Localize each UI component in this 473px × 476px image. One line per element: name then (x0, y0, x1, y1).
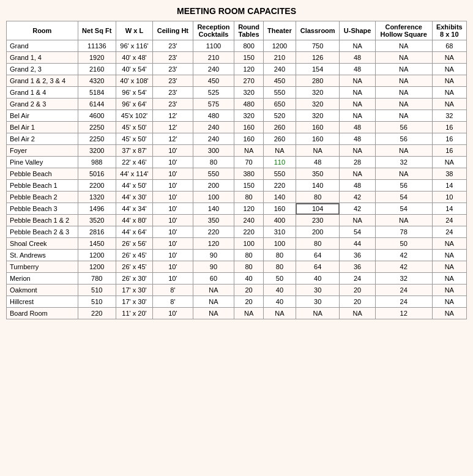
cell-netSqFt: 510 (78, 296, 116, 308)
page-title: MEETING ROOM CAPACITES (6, 6, 467, 16)
cell-wxl: 40' x 54' (116, 64, 152, 75)
cell-round: 80 (234, 250, 264, 261)
cell-round: 800 (234, 40, 264, 52)
cell-exhibits: NA (432, 75, 466, 87)
cell-ushape: 42 (340, 192, 375, 203)
cell-conference: 56 (375, 180, 432, 192)
cell-ushape: 48 (340, 52, 375, 64)
cell-wxl: 96' x 116' (116, 40, 152, 52)
cell-classroom: 126 (296, 52, 340, 64)
cell-reception: 80 (193, 157, 234, 168)
cell-room: Pebble Beach (7, 168, 78, 180)
cell-room: Bel Air 1 (7, 122, 78, 133)
cell-wxl: 45'x 102' (116, 110, 152, 122)
cell-conference: 32 (375, 157, 432, 168)
cell-conference: 24 (375, 296, 432, 308)
cell-classroom: 80 (296, 192, 340, 203)
cell-classroom: 320 (296, 87, 340, 99)
cell-wxl: 40' x 48' (116, 52, 152, 64)
cell-conference: NA (375, 75, 432, 87)
cell-reception: 550 (193, 168, 234, 180)
cell-conference: NA (375, 168, 432, 180)
cell-netSqFt: 780 (78, 273, 116, 284)
table-row: Grand 1 & 4518496' x 54'23'525320550320N… (7, 87, 467, 99)
cell-netSqFt: 4320 (78, 75, 116, 87)
col-wxl: W x L (116, 21, 152, 40)
cell-netSqFt: 3200 (78, 145, 116, 157)
cell-classroom: 80 (296, 238, 340, 250)
cell-netSqFt: 1920 (78, 52, 116, 64)
cell-round: 40 (234, 273, 264, 284)
cell-theater: 520 (263, 110, 296, 122)
cell-netSqFt: 1320 (78, 192, 116, 203)
cell-conference: 50 (375, 238, 432, 250)
cell-ushape: NA (340, 87, 375, 99)
table-row: Pebble Beach 3149644' x 34'10'1401201601… (7, 203, 467, 215)
cell-round: 160 (234, 133, 264, 145)
cell-theater: 40 (263, 284, 296, 296)
cell-conference: 12 (375, 308, 432, 319)
cell-theater: 400 (263, 215, 296, 226)
cell-classroom: 200 (296, 226, 340, 238)
cell-wxl: 44' x 80' (116, 215, 152, 226)
cell-round: NA (234, 145, 264, 157)
cell-exhibits: NA (432, 157, 466, 168)
cell-room: Hillcrest (7, 296, 78, 308)
cell-exhibits: NA (432, 99, 466, 110)
cell-reception: NA (193, 284, 234, 296)
cell-room: Grand 1, 4 (7, 52, 78, 64)
cell-theater: 260 (263, 122, 296, 133)
cell-ceilingHt: 10' (153, 145, 193, 157)
cell-wxl: 44' x 50' (116, 180, 152, 192)
cell-round: 150 (234, 180, 264, 192)
cell-room: Bel Air 2 (7, 133, 78, 145)
cell-reception: 240 (193, 133, 234, 145)
cell-exhibits: NA (432, 308, 466, 319)
cell-ushape: 42 (340, 203, 375, 215)
cell-exhibits: 16 (432, 122, 466, 133)
cell-theater: 550 (263, 87, 296, 99)
cell-wxl: 11' x 20' (116, 308, 152, 319)
cell-reception: NA (193, 308, 234, 319)
table-row: Merion78026' x 30'10'604050402432NA (7, 273, 467, 284)
cell-ceilingHt: 8' (153, 296, 193, 308)
cell-wxl: 45' x 50' (116, 122, 152, 133)
cell-exhibits: NA (432, 284, 466, 296)
cell-netSqFt: 1450 (78, 238, 116, 250)
cell-classroom: 320 (296, 110, 340, 122)
cell-theater: 100 (263, 238, 296, 250)
cell-room: St. Andrews (7, 250, 78, 261)
cell-netSqFt: 1496 (78, 203, 116, 215)
cell-ushape: 36 (340, 261, 375, 273)
cell-exhibits: 32 (432, 110, 466, 122)
cell-ceilingHt: 10' (153, 215, 193, 226)
cell-theater: 140 (263, 192, 296, 203)
col-conference: ConferenceHollow Square (375, 21, 432, 40)
cell-exhibits: NA (432, 64, 466, 75)
cell-room: Pebble Beach 2 & 3 (7, 226, 78, 238)
table-row: Pebble Beach501644' x 114'10'55038055035… (7, 168, 467, 180)
table-row: Grand 1, 4192040' x 48'23'21015021012648… (7, 52, 467, 64)
cell-netSqFt: 5016 (78, 168, 116, 180)
table-row: Grand 2 & 3614496' x 64'23'575480650320N… (7, 99, 467, 110)
cell-exhibits: NA (432, 87, 466, 99)
cell-theater: 450 (263, 75, 296, 87)
table-row: Oakmont51017' x 30'8'NA2040302024NA (7, 284, 467, 296)
cell-wxl: 44' x 34' (116, 203, 152, 215)
cell-reception: 60 (193, 273, 234, 284)
cell-room: Grand 2 & 3 (7, 99, 78, 110)
cell-netSqFt: 2816 (78, 226, 116, 238)
cell-room: Turnberry (7, 261, 78, 273)
cell-round: 380 (234, 168, 264, 180)
cell-round: 70 (234, 157, 264, 168)
cell-conference: 56 (375, 122, 432, 133)
cell-ushape: 48 (340, 180, 375, 192)
cell-netSqFt: 220 (78, 308, 116, 319)
cell-conference: 54 (375, 192, 432, 203)
cell-ushape: 20 (340, 296, 375, 308)
table-row: Pine Valley98822' x 46'10'8070110482832N… (7, 157, 467, 168)
cell-reception: NA (193, 296, 234, 308)
cell-round: 320 (234, 87, 264, 99)
cell-conference: 42 (375, 250, 432, 261)
cell-room: Pine Valley (7, 157, 78, 168)
